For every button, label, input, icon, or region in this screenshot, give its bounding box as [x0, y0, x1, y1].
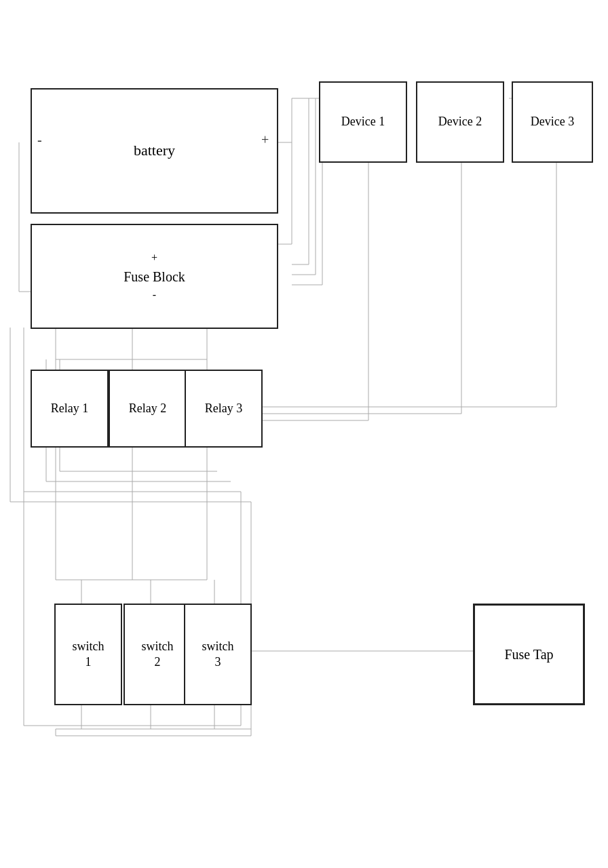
device-1-label: Device 1 [341, 114, 385, 130]
fuse-block-plus: + [32, 251, 277, 265]
relay-2-label: Relay 2 [129, 401, 167, 416]
relay-1-box: Relay 1 [31, 370, 109, 448]
battery-minus-label: - [37, 132, 42, 148]
battery-plus-label: + [261, 132, 269, 148]
device-2-label: Device 2 [438, 114, 482, 130]
switch-2-label: switch 2 [142, 639, 174, 671]
switch-2-box: switch 2 [124, 604, 191, 705]
fuse-block-box: + Fuse Block - [31, 224, 278, 329]
relay-3-box: Relay 3 [185, 370, 263, 448]
fuse-tap-box: Fuse Tap [473, 604, 585, 705]
switch-1-box: switch 1 [54, 604, 122, 705]
device-1-box: Device 1 [319, 81, 407, 163]
device-3-label: Device 3 [531, 114, 574, 130]
switch-3-label: switch 3 [202, 639, 234, 671]
fuse-block-label: Fuse Block [32, 268, 277, 285]
device-2-box: Device 2 [416, 81, 504, 163]
battery-box: battery [31, 88, 278, 214]
device-3-box: Device 3 [512, 81, 593, 163]
relay-2-box: Relay 2 [109, 370, 187, 448]
fuse-tap-label: Fuse Tap [504, 646, 553, 663]
switch-1-label: switch 1 [73, 639, 104, 671]
battery-label: battery [134, 141, 175, 161]
fuse-block-minus: - [32, 288, 277, 302]
relay-3-label: Relay 3 [205, 401, 243, 416]
relay-1-label: Relay 1 [51, 401, 89, 416]
switch-3-box: switch 3 [184, 604, 252, 705]
